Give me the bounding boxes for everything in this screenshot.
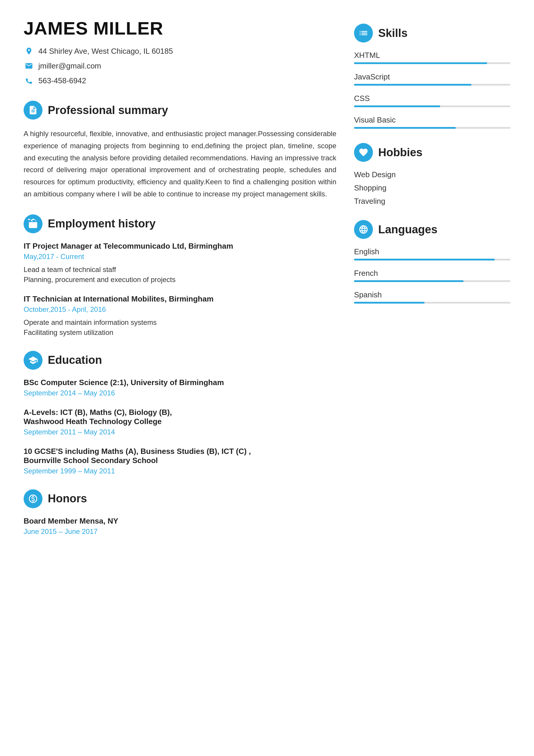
skills-icon bbox=[354, 24, 373, 42]
skill-vb-name: Visual Basic bbox=[354, 116, 510, 124]
job-2-date: October,2015 - April, 2016 bbox=[24, 305, 336, 313]
summary-icon bbox=[24, 101, 42, 120]
skill-vb-bar bbox=[354, 127, 510, 129]
lang-english-fill bbox=[354, 259, 495, 260]
honor-1-date: June 2015 – June 2017 bbox=[24, 527, 336, 536]
edu-1: BSc Computer Science (2:1), University o… bbox=[24, 378, 336, 397]
edu-1-date: September 2014 – May 2016 bbox=[24, 389, 336, 397]
summary-title: Professional summary bbox=[48, 104, 168, 117]
hobbies-section: Hobbies Web Design Shopping Traveling bbox=[354, 143, 510, 206]
skill-css-fill bbox=[354, 105, 440, 107]
education-title: Education bbox=[48, 354, 102, 366]
lang-french: French bbox=[354, 269, 510, 282]
address-text: 44 Shirley Ave, West Chicago, IL 60185 bbox=[38, 47, 173, 56]
education-icon bbox=[24, 351, 42, 370]
skill-vb: Visual Basic bbox=[354, 116, 510, 129]
lang-french-fill bbox=[354, 280, 464, 282]
skill-css: CSS bbox=[354, 94, 510, 107]
employment-section: Employment history IT Project Manager at… bbox=[24, 214, 336, 337]
edu-2-date: September 2011 – May 2014 bbox=[24, 428, 336, 436]
lang-french-name: French bbox=[354, 269, 510, 278]
lang-english: English bbox=[354, 247, 510, 260]
email-icon bbox=[24, 61, 34, 71]
skill-js: JavaScript bbox=[354, 72, 510, 86]
job-1: IT Project Manager at Telecommunicado Lt… bbox=[24, 242, 336, 284]
phone-icon bbox=[24, 75, 34, 86]
employment-icon bbox=[24, 214, 42, 233]
edu-1-title: BSc Computer Science (2:1), University o… bbox=[24, 378, 336, 387]
honors-icon bbox=[24, 489, 42, 508]
job-1-duty-2: Planning, procurement and execution of p… bbox=[24, 276, 336, 284]
edu-3-date: September 1999 – May 2011 bbox=[24, 467, 336, 475]
job-1-date: May,2017 - Current bbox=[24, 253, 336, 261]
hobbies-header: Hobbies bbox=[354, 143, 510, 162]
edu-3-title: 10 GCSE'S including Maths (A), Business … bbox=[24, 447, 336, 465]
job-1-title: IT Project Manager at Telecommunicado Lt… bbox=[24, 242, 336, 251]
skill-js-fill bbox=[354, 84, 471, 86]
job-2: IT Technician at International Mobilites… bbox=[24, 294, 336, 337]
lang-english-bar bbox=[354, 259, 510, 260]
job-2-duty-2: Facilitating system utilization bbox=[24, 328, 336, 337]
summary-text: A highly resourceful, flexible, innovati… bbox=[24, 128, 336, 200]
resume-container: JAMES MILLER 44 Shirley Ave, West Chicag… bbox=[24, 18, 510, 536]
address-item: 44 Shirley Ave, West Chicago, IL 60185 bbox=[24, 46, 336, 56]
skill-xhtml-name: XHTML bbox=[354, 51, 510, 60]
languages-title: Languages bbox=[378, 223, 438, 236]
edu-2-title: A-Levels: ICT (B), Maths (C), Biology (B… bbox=[24, 408, 336, 426]
summary-section: Professional summary A highly resourcefu… bbox=[24, 101, 336, 200]
lang-english-name: English bbox=[354, 247, 510, 256]
skill-xhtml: XHTML bbox=[354, 51, 510, 64]
job-2-title: IT Technician at International Mobilites… bbox=[24, 294, 336, 304]
honors-section: Honors Board Member Mensa, NY June 2015 … bbox=[24, 489, 336, 536]
job-1-duty-1: Lead a team of technical staff bbox=[24, 265, 336, 274]
right-column: Skills XHTML JavaScript CSS bbox=[354, 18, 510, 536]
skill-js-bar bbox=[354, 84, 510, 86]
languages-header: Languages bbox=[354, 220, 510, 239]
languages-icon bbox=[354, 220, 373, 239]
hobby-3: Traveling bbox=[354, 197, 510, 206]
edu-2: A-Levels: ICT (B), Maths (C), Biology (B… bbox=[24, 408, 336, 436]
lang-spanish-fill bbox=[354, 302, 424, 304]
employment-header: Employment history bbox=[24, 214, 336, 233]
lang-french-bar bbox=[354, 280, 510, 282]
lang-spanish-name: Spanish bbox=[354, 290, 510, 299]
skill-vb-fill bbox=[354, 127, 456, 129]
hobby-1: Web Design bbox=[354, 170, 510, 179]
hobbies-title: Hobbies bbox=[378, 146, 422, 159]
hobbies-icon bbox=[354, 143, 373, 162]
hobby-2: Shopping bbox=[354, 183, 510, 193]
email-item: jmiller@gmail.com bbox=[24, 61, 336, 71]
skills-section: Skills XHTML JavaScript CSS bbox=[354, 24, 510, 129]
skill-xhtml-bar bbox=[354, 62, 510, 64]
skill-css-name: CSS bbox=[354, 94, 510, 103]
education-section: Education BSc Computer Science (2:1), Un… bbox=[24, 351, 336, 475]
skill-xhtml-fill bbox=[354, 62, 487, 64]
honors-title: Honors bbox=[48, 492, 87, 505]
skill-css-bar bbox=[354, 105, 510, 107]
phone-item: 563-458-6942 bbox=[24, 75, 336, 86]
skill-js-name: JavaScript bbox=[354, 72, 510, 82]
email-text: jmiller@gmail.com bbox=[38, 62, 101, 70]
honor-1: Board Member Mensa, NY June 2015 – June … bbox=[24, 517, 336, 536]
education-header: Education bbox=[24, 351, 336, 370]
languages-section: Languages English French Spanish bbox=[354, 220, 510, 304]
candidate-name: JAMES MILLER bbox=[24, 18, 336, 39]
skills-header: Skills bbox=[354, 24, 510, 42]
honor-1-title: Board Member Mensa, NY bbox=[24, 517, 336, 526]
left-column: JAMES MILLER 44 Shirley Ave, West Chicag… bbox=[24, 18, 336, 536]
employment-title: Employment history bbox=[48, 217, 156, 230]
phone-text: 563-458-6942 bbox=[38, 76, 86, 85]
header: JAMES MILLER 44 Shirley Ave, West Chicag… bbox=[24, 18, 336, 86]
summary-header: Professional summary bbox=[24, 101, 336, 120]
location-icon bbox=[24, 46, 34, 56]
honors-header: Honors bbox=[24, 489, 336, 508]
lang-spanish-bar bbox=[354, 302, 510, 304]
lang-spanish: Spanish bbox=[354, 290, 510, 304]
job-2-duty-1: Operate and maintain information systems bbox=[24, 318, 336, 327]
skills-title: Skills bbox=[378, 27, 407, 40]
edu-3: 10 GCSE'S including Maths (A), Business … bbox=[24, 447, 336, 475]
